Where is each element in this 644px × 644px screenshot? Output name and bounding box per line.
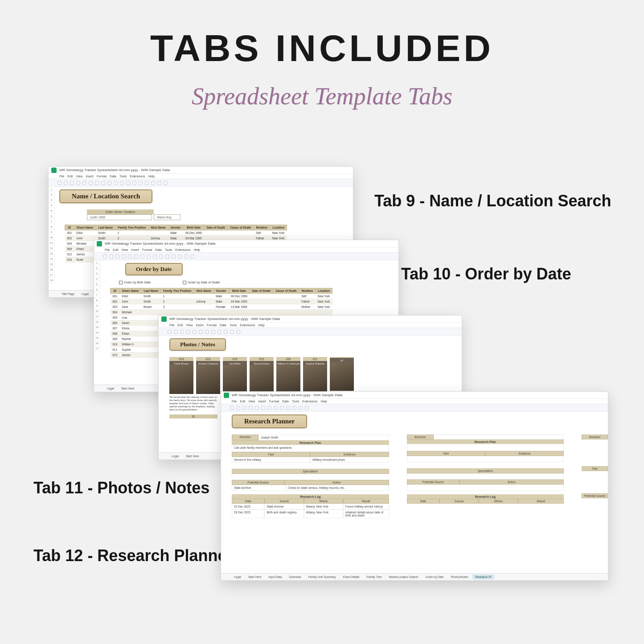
banner-name-location: Name / Location Search [59,189,152,203]
photo-card: 019Lily Miller [223,357,247,394]
toolbar[interactable] [221,404,608,412]
toolbar[interactable] [159,328,462,336]
id-label: ID [169,414,217,418]
banner-order-by-date: Order by Date [125,263,183,275]
log-row: 23 Dec 2023State ArchiveAlbany, New York… [232,504,389,509]
menu-bar[interactable]: FileEditViewInsertFormatDataToolsExtensi… [49,174,353,179]
match-select[interactable]: Match Any [154,214,180,220]
log-row: 29 Dec 2023Birth and death registryAlban… [232,509,389,518]
table-row: 004Michael [111,310,332,315]
sheets-icon [161,316,167,322]
menu-bar[interactable]: FileEditViewInsertFormatDataToolsExtensi… [221,399,608,404]
table-row: 002JohnSmith2JohnnyMale04 Mar 1965Father… [111,299,332,304]
doc-title: WR Genealogy Tracker Spreadsheet dd-mm-y… [169,317,280,321]
doc-title: WR Genealogy Tracker Spreadsheet dd-mm-y… [232,393,342,397]
doc-title: WR Genealogy Tracker Spreadsheet dd-mm-y… [105,242,215,246]
toolbar[interactable] [94,252,398,260]
photo-card: 024Clark Brown [169,357,193,394]
table-head: IDGiven NameLast NameFamily Tree Positio… [65,225,287,230]
banner-research-planner: Research Planner [232,414,307,428]
sheets-icon [51,168,57,173]
planner-far-right: Ancestor Fact Potential Source [582,435,608,518]
caption-tab9: Tab 9 - Name / Location Search [374,191,611,211]
caption-tab11: Tab 11 - Photos / Notes [33,478,209,498]
search-input[interactable]: smith 1898 [87,214,152,220]
chk-deathdate[interactable] [183,281,186,284]
doc-title: WR Genealogy Tracker Spreadsheet dd-mm-y… [59,168,170,172]
photo-card: ID [330,357,354,391]
photo-card: 015Emma Davis [250,357,274,394]
planner-left: AncestorJoseph Smith Research Plan Call … [232,435,389,518]
table-row: 001ElliotSmith1Male06 Dec 1990SelfNew Yo… [111,294,332,299]
caption-tab10: Tab 10 - Order by Date [401,264,571,284]
caption-tab12: Tab 12 - Research Planner [33,546,233,566]
page-subtitle: Spreadsheet Template Tabs [0,82,644,110]
table-row: 001ElliotSmith1Male06 Dec 1990SelfNew Yo… [65,230,287,236]
menu-bar[interactable]: FileEditViewInsertFormatDataToolsExtensi… [159,323,462,328]
table-row: 003JaneBrown3Female13 Mar 1968MotherNew … [111,304,332,310]
input-label: Enter name / location [87,209,154,214]
header-block: TABS INCLUDED Spreadsheet Template Tabs [0,0,644,110]
menu-bar[interactable]: FileEditViewInsertFormatDataToolsExtensi… [94,247,398,252]
sheets-icon [224,393,229,398]
planner-right: Ancestor Research Plan FactEvidence Spec… [407,435,564,518]
photo-card: 023Amelia Clarkson [196,357,220,394]
page-title: TABS INCLUDED [0,27,644,70]
tab-strip[interactable]: LegalStart HereInput DataOverviewFamily … [221,573,608,580]
photo-card: 030William H Johnson [276,357,300,394]
screenshot-tab12: WR Genealogy Tracker Spreadsheet dd-mm-y… [221,391,608,581]
toolbar[interactable] [49,179,353,187]
sheets-icon [97,241,102,246]
banner-photos-notes: Photos / Notes [169,338,226,351]
chk-birthdate[interactable] [119,281,123,284]
photo-card: 011Sophia Roberts [303,357,327,394]
photo-note-text: His hands bear the calluses of hard work… [169,396,217,411]
